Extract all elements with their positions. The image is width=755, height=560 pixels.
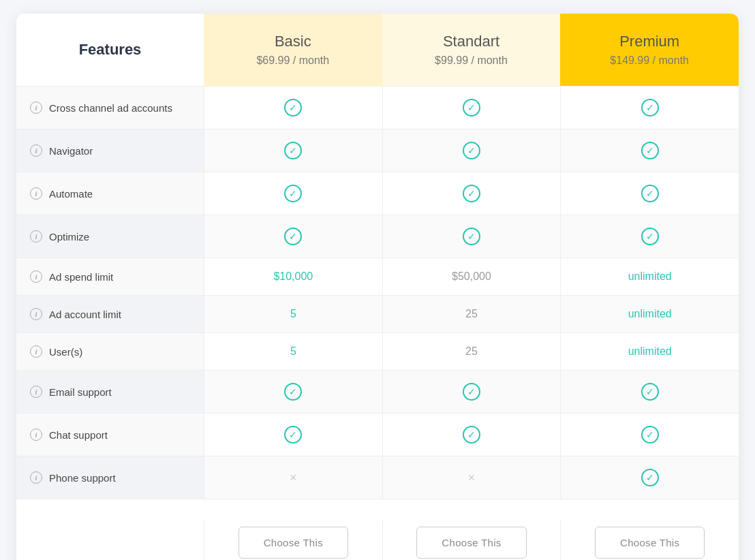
standard-plan-header: Standart $99.99 / month [382, 14, 561, 86]
check-icon: ✓ [641, 185, 659, 202]
table-row: iAd spend limit$10,000$50,000unlimited [16, 258, 739, 295]
check-icon: ✓ [641, 99, 659, 116]
basic-value-cell: ✓ [204, 371, 382, 413]
premium-plan-name: Premium [619, 33, 679, 50]
premium-value-cell: ✓ [560, 371, 739, 413]
standard-value-cell: ✓ [382, 215, 561, 258]
basic-plan-name: Basic [275, 33, 311, 50]
standard-choose-button[interactable]: Choose This [416, 527, 526, 559]
value-text: unlimited [628, 345, 672, 358]
basic-value-cell: ✓ [204, 172, 382, 215]
check-icon: ✓ [463, 383, 480, 401]
check-icon: ✓ [641, 142, 659, 159]
feature-name: Cross channel ad accounts [49, 102, 172, 114]
premium-value-cell: ✓ [560, 414, 739, 456]
table-row: iCross channel ad accounts✓✓✓ [16, 86, 739, 129]
standard-value-cell: × [382, 456, 561, 499]
premium-footer-cell: Choose This [560, 520, 739, 560]
table-row: iOptimize✓✓✓ [16, 215, 739, 258]
value-text: 25 [465, 308, 478, 320]
cross-icon: × [468, 471, 476, 485]
feature-name: Automate [49, 188, 93, 200]
feature-cell: iOptimize [16, 215, 204, 258]
feature-cell: iNavigator [16, 129, 204, 172]
check-icon: ✓ [463, 99, 480, 116]
table-row: iAd account limit525unlimited [16, 295, 739, 332]
value-text: $10,000 [273, 270, 313, 283]
basic-choose-button[interactable]: Choose This [238, 527, 348, 559]
feature-cell: iAutomate [16, 172, 204, 215]
basic-plan-header: Basic $69.99 / month [204, 14, 382, 86]
feature-cell: iEmail support [16, 371, 204, 413]
features-title: Features [79, 41, 142, 59]
standard-value-cell: ✓ [382, 414, 561, 456]
info-icon: i [30, 230, 42, 243]
table-row: iUser(s)525unlimited [16, 332, 739, 370]
footer-empty-cell [16, 520, 204, 560]
value-text: 5 [290, 308, 296, 320]
value-text: 5 [290, 345, 296, 358]
info-icon: i [30, 270, 42, 283]
premium-plan-price: $149.99 / month [610, 55, 689, 67]
check-icon: ✓ [284, 383, 302, 401]
pricing-table: Features Basic $69.99 / month Standart $… [16, 14, 739, 560]
info-icon: i [30, 308, 42, 320]
table-row: iNavigator✓✓✓ [16, 129, 739, 172]
feature-name: User(s) [49, 346, 82, 358]
standard-value-cell: ✓ [382, 87, 561, 129]
feature-name: Navigator [49, 145, 93, 157]
check-icon: ✓ [641, 228, 659, 245]
feature-name: Optimize [49, 231, 89, 243]
table-header: Features Basic $69.99 / month Standart $… [16, 14, 739, 86]
premium-plan-header: Premium $149.99 / month [560, 14, 739, 86]
value-text: 25 [465, 345, 478, 358]
standard-value-cell: ✓ [382, 172, 561, 215]
standard-plan-price: $99.99 / month [435, 55, 508, 67]
table-row: iChat support✓✓✓ [16, 413, 739, 456]
premium-value-cell: ✓ [560, 129, 739, 172]
info-icon: i [30, 144, 42, 157]
premium-value-cell: unlimited [560, 296, 739, 332]
feature-name: Ad spend limit [49, 271, 113, 283]
basic-value-cell: $10,000 [204, 258, 382, 295]
value-text: $50,000 [452, 270, 491, 283]
basic-value-cell: × [204, 456, 382, 499]
table-row: iEmail support✓✓✓ [16, 370, 739, 413]
standard-footer-cell: Choose This [382, 520, 561, 560]
value-text: unlimited [628, 308, 672, 320]
premium-value-cell: ✓ [560, 172, 739, 215]
feature-cell: iUser(s) [16, 333, 204, 370]
info-icon: i [30, 429, 42, 441]
table-footer: Choose This Choose This Choose This [16, 499, 739, 560]
table-row: iPhone support××✓ [16, 456, 739, 499]
check-icon: ✓ [284, 142, 302, 159]
check-icon: ✓ [284, 228, 302, 245]
standard-value-cell: $50,000 [382, 258, 561, 295]
standard-value-cell: ✓ [382, 129, 561, 172]
basic-plan-price: $69.99 / month [256, 55, 329, 67]
info-icon: i [30, 187, 42, 200]
check-icon: ✓ [641, 426, 659, 444]
table-body: iCross channel ad accounts✓✓✓iNavigator✓… [16, 86, 739, 499]
feature-cell: iAd spend limit [16, 258, 204, 295]
feature-cell: iChat support [16, 414, 204, 456]
basic-value-cell: ✓ [204, 215, 382, 258]
check-icon: ✓ [463, 142, 480, 159]
info-icon: i [30, 345, 42, 358]
premium-value-cell: unlimited [560, 333, 739, 370]
basic-value-cell: ✓ [204, 414, 382, 456]
check-icon: ✓ [463, 185, 480, 202]
basic-value-cell: ✓ [204, 129, 382, 172]
check-icon: ✓ [641, 383, 659, 401]
value-text: unlimited [628, 270, 672, 283]
premium-value-cell: ✓ [560, 87, 739, 129]
feature-cell: iAd account limit [16, 296, 204, 332]
basic-value-cell: ✓ [204, 87, 382, 129]
premium-value-cell: ✓ [560, 215, 739, 258]
premium-choose-button[interactable]: Choose This [595, 527, 705, 559]
feature-name: Ad account limit [49, 309, 121, 320]
info-icon: i [30, 102, 42, 114]
check-icon: ✓ [463, 228, 480, 245]
premium-value-cell: ✓ [560, 456, 739, 499]
check-icon: ✓ [284, 185, 302, 202]
